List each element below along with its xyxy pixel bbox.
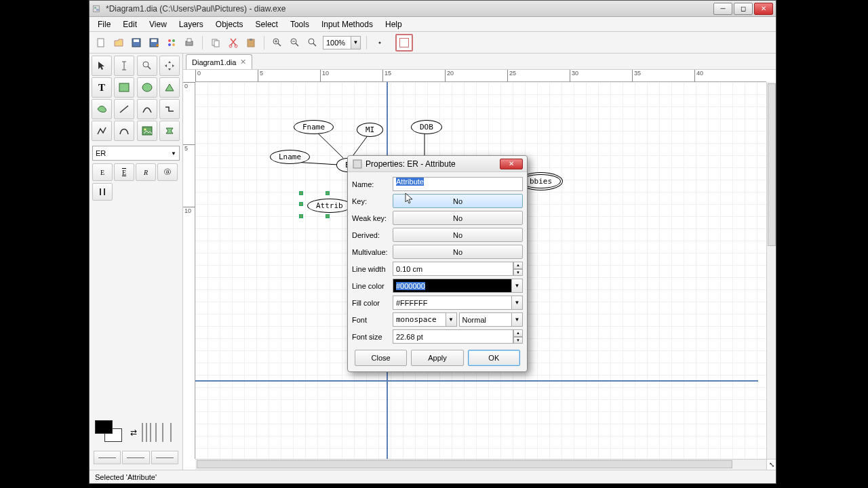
ruler-vertical: 0 5 10 bbox=[183, 82, 195, 459]
print-button[interactable] bbox=[182, 35, 197, 50]
chevron-down-icon[interactable]: ▼ bbox=[512, 279, 523, 293]
swap-colors-icon[interactable]: ⇄ bbox=[130, 428, 137, 437]
spin-down-icon[interactable]: ▼ bbox=[513, 337, 523, 344]
close-button[interactable]: ✕ bbox=[754, 3, 773, 15]
zoomin-button[interactable] bbox=[270, 35, 285, 50]
zoom-combo[interactable]: ▼ bbox=[323, 36, 361, 49]
scrollbar-vertical[interactable] bbox=[766, 82, 776, 459]
key-toggle[interactable]: No bbox=[393, 194, 523, 208]
menu-tools[interactable]: Tools bbox=[285, 18, 315, 30]
beziergon-tool[interactable] bbox=[92, 99, 112, 119]
menu-view[interactable]: View bbox=[144, 18, 172, 30]
menu-help[interactable]: Help bbox=[380, 18, 408, 30]
chevron-down-icon: ▼ bbox=[171, 150, 176, 157]
fg-color-swatch[interactable] bbox=[95, 420, 113, 434]
er-relationship-tool[interactable]: R bbox=[136, 163, 156, 181]
derived-toggle[interactable]: No bbox=[393, 228, 523, 242]
fillcolor-combo[interactable]: #FFFFFF ▼ bbox=[393, 296, 523, 310]
fontsize-spinner[interactable]: ▲▼ bbox=[393, 329, 523, 344]
titlebar: *Diagram1.dia (C:\Users\Paul\Pictures) -… bbox=[90, 1, 776, 17]
image-tool[interactable] bbox=[137, 121, 157, 141]
arrow-end-style[interactable] bbox=[151, 451, 178, 464]
er-attr-lname[interactable]: Lname bbox=[270, 150, 310, 164]
menu-input-methods[interactable]: Input Methods bbox=[316, 18, 378, 30]
zoom-input[interactable] bbox=[323, 39, 351, 47]
zoom-dropdown-icon[interactable]: ▼ bbox=[351, 37, 360, 49]
menu-select[interactable]: Select bbox=[250, 18, 283, 30]
svg-point-10 bbox=[172, 39, 175, 42]
dialog-icon bbox=[352, 159, 363, 169]
er-entity-tool[interactable]: E bbox=[92, 163, 113, 181]
text-cursor-tool[interactable] bbox=[114, 56, 134, 76]
ellipse-tool[interactable] bbox=[137, 77, 157, 98]
zigzag-tool[interactable] bbox=[159, 99, 180, 119]
save-button[interactable] bbox=[129, 35, 144, 50]
spin-up-icon[interactable]: ▲ bbox=[513, 329, 523, 337]
dialog-titlebar[interactable]: Properties: ER - Attribute ✕ bbox=[348, 156, 527, 172]
scroll-tool[interactable] bbox=[159, 56, 180, 76]
close-button[interactable]: Close bbox=[355, 350, 407, 366]
magnify-tool[interactable] bbox=[137, 56, 157, 76]
name-input[interactable]: Attribute bbox=[393, 177, 523, 191]
pointer-tool[interactable] bbox=[92, 56, 112, 76]
copy-button[interactable] bbox=[208, 35, 223, 50]
export-button[interactable] bbox=[164, 35, 179, 50]
label-name: Name: bbox=[352, 180, 393, 188]
spin-down-icon[interactable]: ▼ bbox=[513, 269, 523, 277]
fontfamily-combo[interactable]: monospace ▼ bbox=[393, 312, 457, 327]
color-swatches[interactable]: ⇄ bbox=[94, 418, 178, 447]
arc-tool[interactable] bbox=[137, 99, 157, 119]
weakkey-toggle[interactable]: No bbox=[393, 211, 523, 225]
tab-close-icon[interactable]: ✕ bbox=[240, 58, 246, 66]
line-style[interactable] bbox=[122, 451, 149, 464]
menu-file[interactable]: File bbox=[92, 18, 116, 30]
fontstyle-combo[interactable]: Normal ▼ bbox=[459, 312, 524, 327]
polygon-tool[interactable] bbox=[159, 77, 180, 98]
open-button[interactable] bbox=[111, 35, 126, 50]
snap-dot-button[interactable] bbox=[372, 35, 387, 50]
linewidth-spinner[interactable]: ▲▼ bbox=[393, 262, 523, 276]
svg-point-29 bbox=[144, 129, 146, 131]
er-weak-entity-tool[interactable]: E bbox=[114, 163, 134, 181]
document-tab[interactable]: Diagram1.dia ✕ bbox=[186, 54, 252, 69]
cut-button[interactable] bbox=[226, 35, 241, 50]
saveas-button[interactable]: ★ bbox=[146, 35, 161, 50]
er-attr-dob[interactable]: DOB bbox=[411, 120, 442, 134]
svg-rect-20 bbox=[250, 39, 252, 41]
bezier-tool[interactable] bbox=[114, 121, 134, 141]
scrollbar-horizontal[interactable] bbox=[195, 459, 766, 470]
er-attribute-tool[interactable]: ⓐ bbox=[157, 163, 178, 181]
apply-button[interactable]: Apply bbox=[411, 350, 463, 366]
menu-edit[interactable]: Edit bbox=[117, 18, 142, 30]
menu-objects[interactable]: Objects bbox=[210, 18, 249, 30]
new-button[interactable] bbox=[94, 35, 108, 50]
svg-point-23 bbox=[309, 39, 314, 44]
snap-grid-button[interactable] bbox=[395, 34, 413, 52]
spin-up-icon[interactable]: ▲ bbox=[513, 262, 523, 269]
chevron-down-icon[interactable]: ▼ bbox=[512, 296, 523, 310]
menu-layers[interactable]: Layers bbox=[174, 18, 209, 30]
minimize-button[interactable]: ─ bbox=[713, 3, 732, 15]
er-participation-tool[interactable] bbox=[92, 183, 113, 201]
sheet-value: ER bbox=[96, 149, 106, 157]
nav-arrow-icon[interactable]: ⤡ bbox=[766, 459, 776, 470]
er-attr-fname[interactable]: Fname bbox=[294, 120, 334, 134]
dialog-close-button[interactable]: ✕ bbox=[500, 159, 523, 169]
paste-button[interactable] bbox=[243, 35, 258, 50]
arrow-start-style[interactable] bbox=[94, 451, 121, 464]
ok-button[interactable]: OK bbox=[468, 350, 520, 366]
linecolor-combo[interactable]: #000000 ▼ bbox=[393, 279, 523, 293]
er-attr-mi[interactable]: MI bbox=[357, 123, 383, 137]
chevron-down-icon[interactable]: ▼ bbox=[512, 312, 523, 327]
box-tool[interactable] bbox=[114, 77, 134, 98]
multivalue-toggle[interactable]: No bbox=[393, 245, 523, 259]
zoomout-button[interactable] bbox=[288, 35, 302, 50]
chevron-down-icon[interactable]: ▼ bbox=[446, 312, 457, 327]
line-tool[interactable] bbox=[114, 99, 134, 119]
maximize-button[interactable]: ◻ bbox=[734, 3, 753, 15]
outline-tool[interactable] bbox=[159, 121, 180, 141]
text-tool[interactable]: T bbox=[92, 77, 112, 98]
sheet-selector[interactable]: ER ▼ bbox=[92, 146, 180, 161]
zoomfit-button[interactable] bbox=[305, 35, 320, 50]
polyline-tool[interactable] bbox=[92, 121, 112, 141]
